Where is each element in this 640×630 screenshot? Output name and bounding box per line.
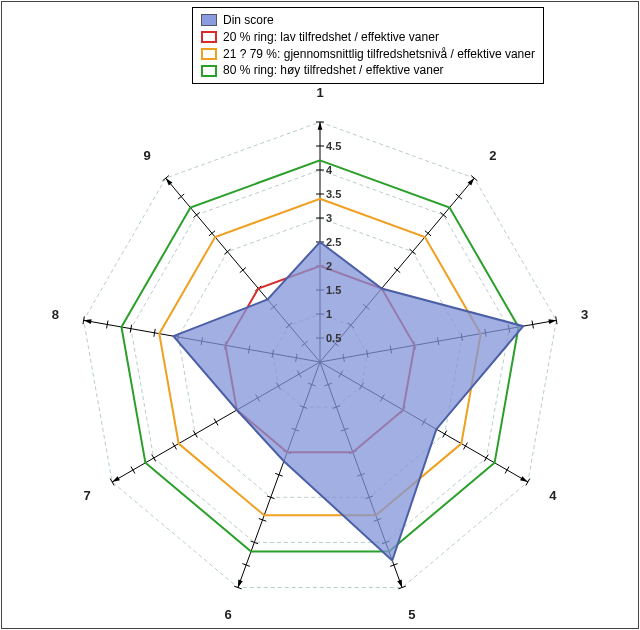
legend-entry: 80 % ring: høy tilfredshet / effektive v… <box>201 62 535 79</box>
square-icon <box>201 48 217 60</box>
svg-line-90 <box>173 443 177 450</box>
legend-label: 80 % ring: høy tilfredshet / effektive v… <box>223 62 444 79</box>
svg-text:8: 8 <box>52 307 59 322</box>
svg-text:6: 6 <box>224 607 231 622</box>
svg-text:1: 1 <box>316 85 323 100</box>
svg-marker-16 <box>318 122 323 130</box>
legend-entry: 20 % ring: lav tilfredshet / effektive v… <box>201 29 535 46</box>
svg-line-53 <box>505 467 509 474</box>
legend-label: 21 ? 79 %: gjennomsnittlig tilfredshetsn… <box>223 46 535 63</box>
svg-line-50 <box>443 431 447 438</box>
svg-line-51 <box>463 443 467 450</box>
svg-line-104 <box>130 325 131 333</box>
svg-text:2: 2 <box>326 260 332 272</box>
svg-line-92 <box>131 467 135 474</box>
svg-marker-107 <box>84 319 92 324</box>
svg-line-103 <box>154 329 155 337</box>
legend-label: 20 % ring: lav tilfredshet / effektive v… <box>223 29 439 46</box>
svg-marker-125 <box>173 242 523 560</box>
svg-text:4.5: 4.5 <box>326 140 341 152</box>
svg-text:2: 2 <box>489 148 496 163</box>
svg-text:9: 9 <box>144 148 151 163</box>
legend-label: Din score <box>223 12 274 29</box>
legend-entry: 21 ? 79 %: gjennomsnittlig tilfredshetsn… <box>201 46 535 63</box>
svg-text:4: 4 <box>326 164 333 176</box>
svg-text:3: 3 <box>326 212 332 224</box>
svg-line-89 <box>193 431 197 438</box>
svg-line-91 <box>152 455 156 462</box>
radar-chart-frame: 1234567890.511.522.533.544.5 Din score 2… <box>1 1 639 629</box>
svg-text:3.5: 3.5 <box>326 188 341 200</box>
legend-entry: Din score <box>201 12 535 29</box>
svg-text:2.5: 2.5 <box>326 236 341 248</box>
svg-text:7: 7 <box>84 488 91 503</box>
svg-text:3: 3 <box>581 307 588 322</box>
svg-text:0.5: 0.5 <box>326 332 341 344</box>
svg-text:1.5: 1.5 <box>326 284 341 296</box>
svg-marker-55 <box>520 476 528 482</box>
svg-text:4: 4 <box>549 488 557 503</box>
svg-marker-81 <box>238 580 243 588</box>
svg-line-88 <box>214 419 218 426</box>
svg-marker-68 <box>397 580 402 588</box>
radar-chart-svg: 1234567890.511.522.533.544.5 <box>2 2 638 628</box>
svg-marker-42 <box>548 319 556 324</box>
square-icon <box>201 14 217 26</box>
legend: Din score 20 % ring: lav tilfredshet / e… <box>192 7 544 84</box>
svg-text:5: 5 <box>408 607 415 622</box>
svg-line-105 <box>107 321 108 329</box>
svg-text:1: 1 <box>326 308 332 320</box>
svg-line-40 <box>532 321 533 329</box>
svg-marker-94 <box>112 476 120 482</box>
square-icon <box>201 65 217 77</box>
square-icon <box>201 31 217 43</box>
svg-line-52 <box>484 455 488 462</box>
